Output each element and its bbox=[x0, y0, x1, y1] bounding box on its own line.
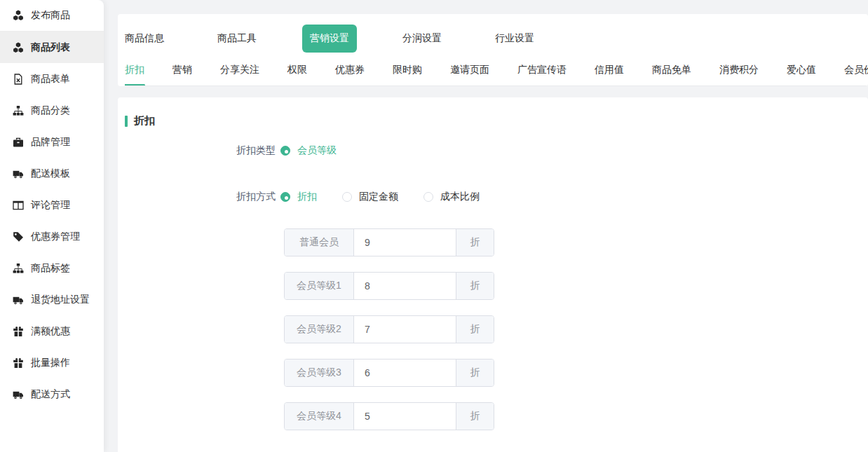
discount-input-group-level-2: 会员等级2 折 bbox=[284, 315, 494, 343]
sidebar-item-label: 配送模板 bbox=[31, 167, 70, 180]
sitemap-icon bbox=[13, 263, 24, 274]
unit-label: 折 bbox=[456, 403, 494, 430]
subtab-permissions[interactable]: 权限 bbox=[287, 59, 307, 85]
sitemap-icon bbox=[13, 105, 24, 116]
radio-dot-icon bbox=[342, 192, 352, 202]
subtab-discount[interactable]: 折扣 bbox=[125, 59, 144, 85]
subtab-marketing[interactable]: 营销 bbox=[172, 59, 192, 85]
tab-marketing-settings[interactable]: 营销设置 bbox=[302, 25, 357, 53]
radio-cost-ratio[interactable]: 成本比例 bbox=[423, 191, 480, 203]
radio-label: 折扣 bbox=[297, 191, 317, 203]
sidebar-item-label: 批量操作 bbox=[31, 357, 70, 369]
unit-label: 折 bbox=[456, 273, 494, 299]
sidebar-item-brand-management[interactable]: 品牌管理 bbox=[0, 126, 104, 158]
subtab-credit-value[interactable]: 信用值 bbox=[595, 59, 624, 85]
file-excel-icon bbox=[13, 74, 24, 85]
sidebar-item-publish-product[interactable]: 发布商品 bbox=[0, 0, 104, 32]
discount-mode-label: 折扣方式 bbox=[118, 191, 276, 203]
discount-input-group-normal-member: 普通会员 折 bbox=[284, 228, 494, 256]
discount-value-input[interactable] bbox=[354, 229, 456, 256]
discount-value-input[interactable] bbox=[354, 316, 456, 343]
unit-label: 折 bbox=[456, 359, 494, 386]
discount-level-row: 会员等级1 折 bbox=[118, 272, 868, 300]
sidebar-item-comment-management[interactable]: 评论管理 bbox=[0, 189, 104, 221]
subtab-ad-slogan[interactable]: 广告宣传语 bbox=[517, 59, 567, 85]
sidebar-item-product-list[interactable]: 商品列表 bbox=[0, 32, 104, 63]
sidebar-item-product-category[interactable]: 商品分类 bbox=[0, 95, 104, 126]
sidebar-item-label: 满额优惠 bbox=[31, 325, 70, 338]
cubes-icon bbox=[13, 10, 24, 21]
sidebar-item-coupon-management[interactable]: 优惠券管理 bbox=[0, 221, 104, 252]
truck-icon bbox=[13, 294, 24, 306]
tab-product-info[interactable]: 商品信息 bbox=[125, 32, 164, 45]
sidebar-item-label: 商品分类 bbox=[31, 104, 70, 117]
discount-value-input[interactable] bbox=[354, 273, 456, 299]
discount-input-group-level-4: 会员等级4 折 bbox=[284, 402, 494, 430]
sidebar-item-label: 商品表单 bbox=[31, 73, 70, 85]
subtab-love-value[interactable]: 爱心值 bbox=[787, 59, 816, 85]
radio-member-level[interactable]: 会员等级 bbox=[280, 144, 337, 157]
unit-label: 折 bbox=[456, 316, 494, 343]
level-label: 会员等级1 bbox=[285, 273, 354, 299]
secondary-tabs: 折扣 营销 分享关注 权限 优惠券 限时购 邀请页面 广告宣传语 信用值 商品免… bbox=[125, 59, 868, 86]
sidebar-item-full-discount[interactable]: 满额优惠 bbox=[0, 315, 104, 347]
sidebar-item-label: 评论管理 bbox=[31, 199, 70, 212]
sidebar-item-label: 发布商品 bbox=[31, 9, 70, 22]
tabs-card: 商品信息 商品工具 营销设置 分润设置 行业设置 折扣 营销 分享关注 权限 优… bbox=[118, 14, 868, 86]
radio-fixed-amount[interactable]: 固定金额 bbox=[342, 191, 398, 203]
radio-label: 会员等级 bbox=[297, 144, 337, 157]
level-label: 会员等级2 bbox=[285, 316, 354, 343]
discount-type-label: 折扣类型 bbox=[118, 144, 276, 157]
discount-input-group-level-3: 会员等级3 折 bbox=[284, 359, 494, 387]
subtab-consume-points[interactable]: 消费积分 bbox=[719, 59, 759, 85]
sidebar-item-label: 品牌管理 bbox=[31, 136, 70, 149]
sidebar-item-shipping-template[interactable]: 配送模板 bbox=[0, 158, 104, 189]
sidebar-item-batch-operations[interactable]: 批量操作 bbox=[0, 347, 104, 378]
sidebar-item-product-tags[interactable]: 商品标签 bbox=[0, 252, 104, 284]
radio-discount[interactable]: 折扣 bbox=[280, 191, 317, 203]
radio-dot-icon bbox=[280, 192, 290, 202]
gift-icon bbox=[13, 357, 24, 369]
truck-icon bbox=[13, 389, 24, 400]
section-title: 折扣 bbox=[134, 114, 155, 128]
discount-value-input[interactable] bbox=[354, 359, 456, 386]
subtab-share-follow[interactable]: 分享关注 bbox=[220, 59, 259, 85]
sidebar-item-label: 商品标签 bbox=[31, 262, 70, 275]
level-label: 会员等级4 bbox=[285, 403, 354, 430]
subtab-invite-page[interactable]: 邀请页面 bbox=[450, 59, 489, 85]
radio-dot-icon bbox=[280, 146, 290, 156]
columns-icon bbox=[13, 200, 24, 211]
section-header: 折扣 bbox=[118, 114, 868, 128]
gift-icon bbox=[13, 326, 24, 337]
sidebar-item-shipping-method[interactable]: 配送方式 bbox=[0, 378, 104, 410]
unit-label: 折 bbox=[456, 229, 494, 256]
discount-mode-options: 折扣 固定金额 成本比例 bbox=[280, 191, 505, 203]
main-area: 商品信息 商品工具 营销设置 分润设置 行业设置 折扣 营销 分享关注 权限 优… bbox=[118, 0, 868, 452]
sidebar: 发布商品 商品列表 商品表单 商品分类 品牌管理 配送模板 评论管理 优惠券管理… bbox=[0, 0, 104, 452]
subtab-flash-sale[interactable]: 限时购 bbox=[393, 59, 422, 85]
discount-level-row: 会员等级4 折 bbox=[118, 402, 868, 430]
radio-label: 固定金额 bbox=[359, 191, 398, 203]
truck-icon bbox=[13, 168, 24, 179]
discount-mode-row: 折扣方式 折扣 固定金额 成本比例 bbox=[118, 191, 868, 203]
section-accent-bar bbox=[125, 116, 128, 127]
sidebar-item-label: 优惠券管理 bbox=[31, 231, 80, 243]
radio-dot-icon bbox=[423, 192, 433, 202]
subtab-free-order[interactable]: 商品免单 bbox=[652, 59, 691, 85]
briefcase-icon bbox=[13, 137, 24, 148]
primary-tabs: 商品信息 商品工具 营销设置 分润设置 行业设置 bbox=[125, 21, 868, 56]
sidebar-item-label: 配送方式 bbox=[31, 388, 70, 401]
discount-value-input[interactable] bbox=[354, 403, 456, 430]
sidebar-item-return-address[interactable]: 退货地址设置 bbox=[0, 284, 104, 315]
tab-industry-settings[interactable]: 行业设置 bbox=[495, 32, 534, 45]
sidebar-item-product-form[interactable]: 商品表单 bbox=[0, 63, 104, 95]
subtab-member-price[interactable]: 会员价 bbox=[844, 59, 868, 85]
subtab-coupon[interactable]: 优惠券 bbox=[335, 59, 365, 85]
radio-label: 成本比例 bbox=[440, 191, 480, 203]
discount-type-options: 会员等级 bbox=[280, 144, 362, 157]
discount-type-row: 折扣类型 会员等级 bbox=[118, 144, 868, 157]
tab-product-tools[interactable]: 商品工具 bbox=[217, 32, 257, 45]
discount-input-group-level-1: 会员等级1 折 bbox=[284, 272, 494, 300]
cubes-icon bbox=[13, 42, 24, 53]
tab-profit-settings[interactable]: 分润设置 bbox=[402, 32, 442, 45]
